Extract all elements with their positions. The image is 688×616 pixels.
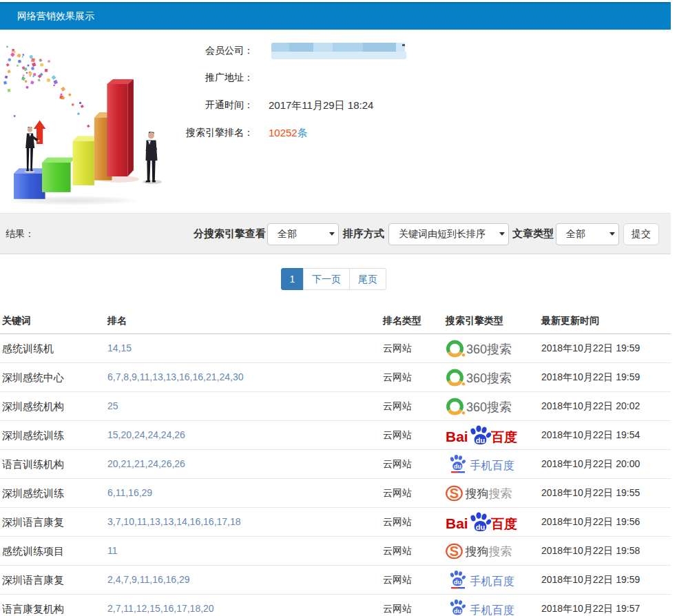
svg-text:手机百度: 手机百度	[470, 575, 514, 587]
svg-text:du: du	[454, 608, 461, 615]
svg-text:手机百度: 手机百度	[470, 604, 514, 616]
svg-text:Bai: Bai	[446, 429, 468, 444]
svg-text:百度: 百度	[491, 517, 517, 531]
svg-text:手机百度: 手机百度	[470, 460, 514, 471]
svg-text:du: du	[476, 436, 485, 444]
svg-text:S: S	[450, 544, 459, 559]
svg-text:搜狗搜索: 搜狗搜索	[466, 487, 512, 500]
svg-text:S: S	[450, 486, 459, 501]
svg-text:百度: 百度	[491, 430, 517, 444]
svg-text:Bai: Bai	[446, 515, 468, 531]
svg-text:360搜索: 360搜索	[466, 371, 512, 385]
svg-text:du: du	[476, 523, 485, 531]
svg-text:搜狗搜索: 搜狗搜索	[466, 545, 512, 558]
svg-text:360搜索: 360搜索	[466, 342, 512, 356]
svg-text:du: du	[454, 579, 461, 586]
svg-text:360搜索: 360搜索	[466, 400, 512, 414]
svg-text:du: du	[454, 463, 461, 470]
